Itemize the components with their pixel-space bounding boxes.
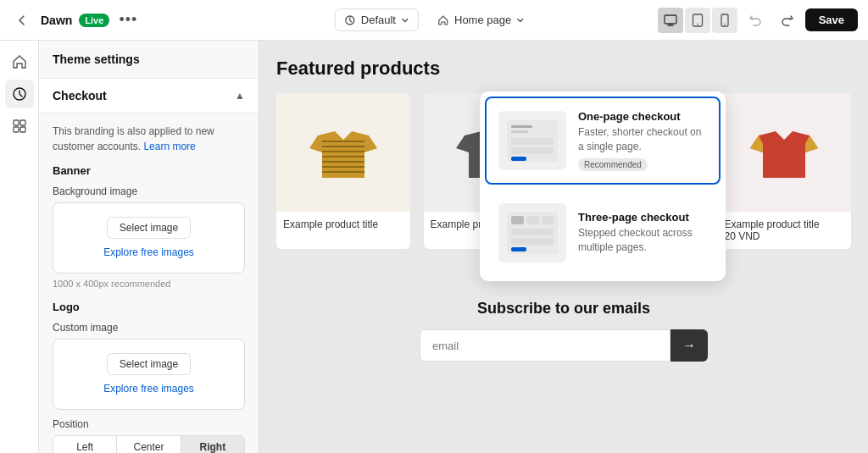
back-button[interactable]: [10, 8, 34, 32]
svg-rect-37: [511, 216, 524, 224]
rec-size-text: 1000 x 400px recommended: [53, 279, 245, 289]
subscribe-form: →: [420, 329, 708, 362]
product-card[interactable]: Example product title: [276, 93, 410, 249]
svg-rect-41: [511, 238, 554, 245]
chevron-down-icon: [401, 16, 409, 25]
subscribe-button[interactable]: →: [670, 329, 708, 362]
tshirt-icon: [746, 114, 822, 191]
svg-rect-38: [526, 216, 539, 224]
svg-point-3: [697, 23, 698, 25]
checkout-type-dropdown: One-page checkout Faster, shorter checko…: [480, 91, 726, 281]
explore-free-link[interactable]: Explore free images: [103, 246, 194, 258]
nav-home-button[interactable]: [5, 47, 34, 76]
nav-theme-button[interactable]: [5, 80, 34, 108]
svg-rect-33: [511, 138, 554, 145]
logo-section-title: Logo: [53, 301, 245, 313]
redo-button[interactable]: [775, 8, 798, 32]
three-page-desc: Stepped checkout across multiple pages.: [578, 226, 707, 255]
position-label: Position: [53, 418, 245, 430]
svg-rect-31: [511, 125, 532, 128]
tablet-view-button[interactable]: [685, 8, 710, 33]
undo-button[interactable]: [744, 8, 768, 32]
svg-rect-7: [14, 120, 19, 125]
tshirt-icon: [305, 114, 381, 191]
bg-image-upload: Select image Explore free images: [53, 202, 245, 273]
position-group: Left Center Right: [53, 435, 245, 453]
store-name: Dawn: [41, 14, 72, 27]
svg-rect-32: [511, 130, 528, 133]
learn-more-link[interactable]: Learn more: [143, 141, 195, 152]
three-page-checkout-text: Three-page checkout Stepped checkout acr…: [578, 211, 707, 255]
product-price: 20 VND: [725, 230, 845, 242]
svg-point-5: [724, 23, 726, 25]
page-selector[interactable]: Home page: [429, 9, 533, 30]
one-page-checkout-icon: [498, 111, 566, 170]
product-name: Example product title: [283, 218, 403, 230]
checkout-title: Checkout: [53, 89, 107, 102]
banner-section-title: Banner: [53, 164, 245, 177]
chevron-up-icon: ▲: [235, 90, 245, 102]
theme-icon: [344, 14, 356, 26]
subscribe-section: Subscribe to our emails →: [276, 274, 851, 387]
recommended-badge: Recommended: [578, 158, 648, 171]
nav-apps-button[interactable]: [5, 112, 34, 141]
svg-rect-40: [511, 229, 554, 235]
one-page-title: One-page checkout: [578, 110, 707, 123]
bg-image-label: Background image: [53, 185, 245, 197]
position-left-button[interactable]: Left: [53, 436, 117, 453]
three-page-title: Three-page checkout: [578, 211, 707, 224]
logo-select-image-button[interactable]: Select image: [107, 353, 191, 375]
one-page-checkout-option[interactable]: One-page checkout Faster, shorter checko…: [485, 97, 721, 185]
preview-area: Featured products: [259, 41, 868, 453]
three-page-checkout-option[interactable]: Three-page checkout Stepped checkout acr…: [485, 190, 721, 276]
icon-bar: [0, 41, 39, 453]
settings-panel: Theme settings Checkout ▲ This branding …: [39, 41, 259, 453]
three-page-checkout-icon: [498, 203, 566, 262]
svg-marker-11: [309, 131, 377, 178]
one-page-desc: Faster, shorter checkout on a single pag…: [578, 125, 707, 154]
svg-rect-35: [511, 157, 526, 161]
one-page-checkout-text: One-page checkout Faster, shorter checko…: [578, 110, 707, 171]
svg-rect-8: [20, 120, 25, 125]
checkout-header[interactable]: Checkout ▲: [39, 79, 259, 113]
svg-rect-42: [511, 247, 526, 251]
theme-selector[interactable]: Default: [335, 8, 419, 31]
desktop-view-button[interactable]: [658, 8, 683, 33]
logo-explore-free-link[interactable]: Explore free images: [103, 383, 194, 395]
panel-title: Theme settings: [39, 41, 259, 79]
subscribe-input[interactable]: [420, 329, 670, 362]
product-info: Example product title 20 VND: [718, 212, 852, 249]
chevron-down-icon: [516, 16, 525, 25]
checkout-section: Checkout ▲ This branding is also applied…: [39, 79, 259, 453]
save-button[interactable]: Save: [805, 8, 858, 31]
checkout-body: This branding is also applied to new cus…: [39, 113, 259, 453]
mobile-view-button[interactable]: [712, 8, 737, 33]
product-name: Example product title: [725, 218, 845, 230]
svg-rect-10: [20, 127, 25, 132]
product-info: Example product title: [276, 212, 410, 237]
subscribe-title: Subscribe to our emails: [302, 300, 826, 318]
featured-title: Featured products: [276, 58, 851, 80]
position-right-button[interactable]: Right: [181, 436, 244, 453]
select-image-button[interactable]: Select image: [107, 217, 191, 239]
svg-rect-39: [542, 216, 554, 224]
svg-rect-1: [665, 15, 676, 24]
checkout-description: This branding is also applied to new cus…: [53, 124, 245, 154]
position-center-button[interactable]: Center: [117, 436, 181, 453]
svg-rect-9: [14, 127, 19, 132]
more-button[interactable]: •••: [116, 8, 140, 32]
logo-image-upload: Select image Explore free images: [53, 339, 245, 410]
custom-image-label: Custom image: [53, 322, 245, 334]
product-card[interactable]: Example product title 20 VND: [718, 93, 852, 249]
home-icon: [437, 14, 449, 26]
live-badge: Live: [79, 14, 109, 27]
svg-rect-34: [511, 147, 554, 154]
svg-marker-27: [750, 131, 818, 178]
